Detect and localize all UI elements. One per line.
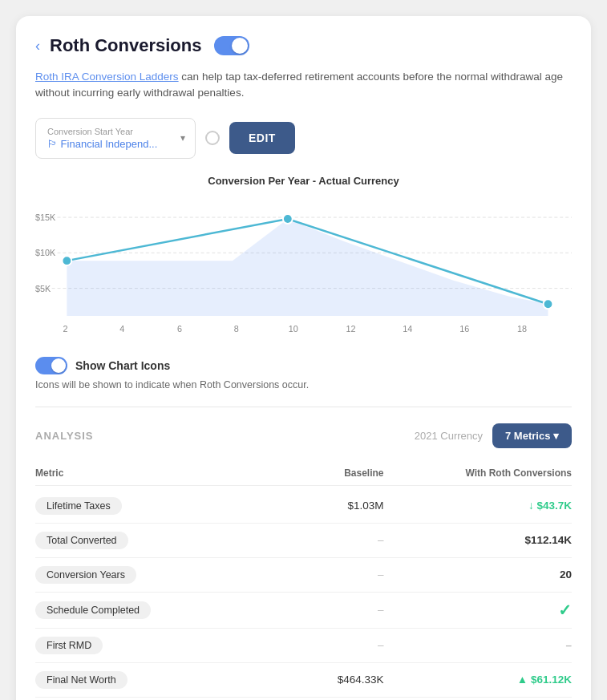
- main-card: ‹ Roth Conversions Roth IRA Conversion L…: [16, 16, 591, 700]
- roth-value: 20: [384, 568, 573, 581]
- svg-text:18: 18: [517, 323, 527, 333]
- baseline-value: –: [196, 639, 384, 651]
- metric-badge: Schedule Completed: [35, 601, 151, 619]
- baseline-value: –: [196, 568, 384, 581]
- baseline-value: –: [196, 534, 384, 546]
- metric-badge: Conversion Years: [35, 566, 136, 584]
- metric-badge: Lifetime Taxes: [35, 497, 122, 515]
- divider: [35, 407, 572, 407]
- svg-text:4: 4: [119, 323, 124, 333]
- analysis-right: 2021 Currency 7 Metrics ▾: [415, 423, 572, 448]
- table-row: First RMD––: [35, 629, 572, 663]
- table-row: Total Converted–$112.14K: [35, 524, 572, 558]
- description-text: Roth IRA Conversion Ladders can help tap…: [35, 69, 572, 102]
- col-metric: Metric: [35, 467, 196, 479]
- svg-text:8: 8: [234, 323, 239, 333]
- svg-point-7: [62, 256, 71, 265]
- currency-label: 2021 Currency: [415, 430, 483, 442]
- edit-button[interactable]: EDIT: [229, 122, 295, 154]
- svg-point-9: [544, 299, 553, 309]
- roth-link[interactable]: Roth IRA Conversion Ladders: [35, 71, 179, 83]
- analysis-label: ANALYSIS: [35, 430, 94, 442]
- svg-text:6: 6: [177, 323, 182, 333]
- chart-section: Conversion Per Year - Actual Currency $1…: [35, 175, 572, 341]
- roth-value: ↓ $43.7K: [384, 500, 573, 512]
- back-button[interactable]: ‹: [35, 38, 40, 55]
- dropdown-label: Conversion Start Year: [47, 127, 184, 136]
- chart-title: Conversion Per Year - Actual Currency: [35, 175, 572, 187]
- table-row: Lifetime Taxes$1.03M↓ $43.7K: [35, 489, 572, 524]
- baseline-value: $1.03M: [196, 500, 384, 512]
- svg-text:2: 2: [63, 323, 67, 333]
- metric-badge: Final Net Worth: [35, 671, 127, 689]
- svg-text:$15K: $15K: [35, 212, 56, 221]
- svg-text:16: 16: [459, 323, 469, 333]
- main-toggle[interactable]: [214, 36, 249, 55]
- show-chart-icons-label: Show Chart Icons: [75, 359, 170, 372]
- svg-marker-6: [67, 219, 548, 316]
- table-row: Final Net Worth$464.33K▲ $61.12K: [35, 663, 572, 698]
- svg-text:$10K: $10K: [35, 248, 56, 257]
- analysis-table: Lifetime Taxes$1.03M↓ $43.7KTotal Conver…: [35, 489, 572, 701]
- roth-value: –: [384, 639, 573, 651]
- radio-button[interactable]: [205, 131, 220, 145]
- table-header: Metric Baseline With Roth Conversions: [35, 461, 572, 486]
- conversion-start-dropdown[interactable]: Conversion Start Year 🏳 Financial Indepe…: [35, 118, 196, 159]
- svg-text:10: 10: [289, 323, 298, 333]
- analysis-header: ANALYSIS 2021 Currency 7 Metrics ▾: [35, 423, 572, 448]
- controls-row: Conversion Start Year 🏳 Financial Indepe…: [35, 118, 572, 159]
- page-title: Roth Conversions: [50, 35, 201, 56]
- roth-value: $112.14K: [384, 534, 573, 546]
- svg-text:14: 14: [403, 323, 412, 333]
- metric-badge: First RMD: [35, 637, 103, 654]
- svg-point-8: [283, 214, 293, 224]
- header: ‹ Roth Conversions: [35, 35, 572, 56]
- table-row: EW Penalties$35.72K↓ $9.16K: [35, 698, 572, 701]
- metric-badge: Total Converted: [35, 532, 128, 549]
- table-row: Schedule Completed–✓: [35, 593, 572, 629]
- col-baseline: Baseline: [196, 467, 384, 479]
- baseline-value: –: [196, 604, 384, 616]
- svg-text:$5K: $5K: [35, 283, 51, 293]
- col-roth: With Roth Conversions: [384, 467, 573, 479]
- show-chart-icons-row: Show Chart Icons: [35, 357, 572, 374]
- chart-container: $15K $10K $5K 2 4 6 8 10 12 14 16: [35, 196, 572, 341]
- chevron-down-icon: ▾: [180, 132, 185, 144]
- show-chart-icons-toggle[interactable]: [35, 357, 67, 374]
- baseline-value: $464.33K: [196, 674, 384, 686]
- table-row: Conversion Years–20: [35, 558, 572, 593]
- metrics-button[interactable]: 7 Metrics ▾: [492, 423, 572, 448]
- svg-text:12: 12: [346, 323, 356, 333]
- roth-value: ▲ $61.12K: [384, 674, 573, 686]
- chart-hint: Icons will be shown to indicate when Rot…: [35, 379, 572, 390]
- roth-value: ✓: [384, 601, 573, 620]
- dropdown-value: 🏳 Financial Independ...: [47, 138, 184, 150]
